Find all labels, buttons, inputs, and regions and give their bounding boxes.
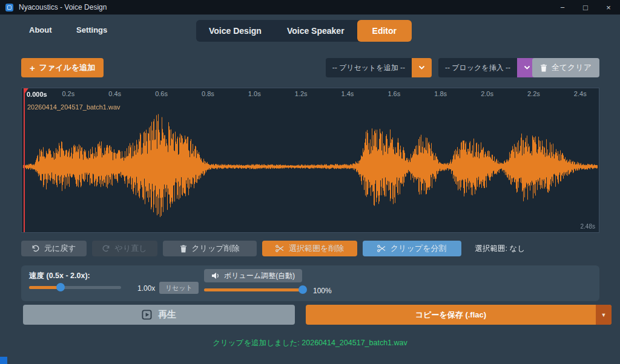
- ruler-tick: 0.6s: [155, 90, 168, 97]
- undo-icon: [31, 245, 39, 252]
- add-file-button[interactable]: + ファイルを追加: [21, 58, 104, 77]
- clip-name-label: 20260414_204517_batch1.wav: [27, 103, 120, 111]
- undo-label: 元に戻す: [44, 243, 76, 254]
- plus-icon: +: [30, 63, 35, 73]
- preset-select[interactable]: -- プリセットを追加 --: [326, 58, 412, 77]
- tab-voice-design[interactable]: Voice Design: [196, 20, 274, 42]
- maximize-button[interactable]: □: [574, 0, 597, 15]
- speed-label: 速度 (0.5x - 2.0x):: [29, 271, 90, 281]
- speed-slider-handle[interactable]: [56, 283, 65, 291]
- speed-value-label: 1.00x: [137, 284, 155, 293]
- save-format-dropdown-button[interactable]: ▼: [596, 305, 612, 325]
- volume-auto-label: ボリューム調整(自動): [224, 271, 295, 281]
- menu-settings[interactable]: Settings: [76, 25, 107, 34]
- clear-all-button[interactable]: 全てクリア: [532, 58, 599, 77]
- titlebar: Nyacoustics - Voice Design − □ ×: [0, 0, 620, 15]
- app-icon: [5, 4, 13, 11]
- undo-button[interactable]: 元に戻す: [21, 241, 87, 256]
- ruler-tick: 1.8s: [434, 90, 447, 97]
- clear-all-label: 全てクリア: [552, 62, 592, 73]
- redo-icon: [102, 245, 110, 252]
- waveform-panel: 0.2s0.4s0.6s0.8s1.0s1.2s1.4s1.6s1.8s2.0s…: [21, 88, 599, 233]
- play-label: 再生: [158, 309, 176, 320]
- delete-selection-button[interactable]: 選択範囲を削除: [262, 241, 357, 256]
- preset-dropdown-button[interactable]: [412, 58, 432, 77]
- window-controls: − □ ×: [551, 0, 620, 15]
- tab-voice-speaker[interactable]: Voice Speaker: [274, 20, 357, 42]
- ruler-tick: 0.4s: [108, 90, 121, 97]
- time-ruler: 0.2s0.4s0.6s0.8s1.0s1.2s1.4s1.6s1.8s2.0s…: [22, 88, 599, 100]
- ruler-tick: 1.6s: [388, 90, 400, 97]
- volume-auto-button[interactable]: ボリューム調整(自動): [204, 269, 302, 282]
- delete-clip-button[interactable]: クリップ削除: [163, 241, 257, 256]
- corner-badge: [0, 357, 7, 364]
- minimize-button[interactable]: −: [551, 0, 574, 15]
- redo-button[interactable]: やり直し: [92, 241, 157, 256]
- ruler-tick: 1.0s: [248, 90, 261, 97]
- block-combo: -- ブロックを挿入 --: [438, 58, 537, 77]
- ruler-tick: 0.8s: [202, 90, 214, 97]
- preset-combo: -- プリセットを追加 --: [326, 58, 432, 77]
- ruler-tick: 1.4s: [341, 90, 354, 97]
- ruler-tick: 1.2s: [295, 90, 308, 97]
- redo-label: やり直し: [115, 243, 147, 254]
- volume-slider-fill: [204, 288, 303, 291]
- status-message: クリップを追加しました: 20260414_204517_batch1.wav: [0, 338, 620, 348]
- volume-slider-handle[interactable]: [298, 285, 307, 294]
- ruler-tick: 2.0s: [481, 90, 493, 97]
- volume-value-label: 100%: [313, 287, 332, 295]
- tab-group: Voice Design Voice Speaker Editor: [196, 20, 412, 42]
- ruler-tick: 2.4s: [574, 90, 587, 97]
- tab-editor[interactable]: Editor: [357, 20, 412, 42]
- trash-icon: [180, 245, 187, 253]
- speaker-icon: [211, 272, 220, 279]
- play-button[interactable]: 再生: [23, 305, 295, 325]
- ruler-tick: 2.2s: [527, 90, 540, 97]
- play-icon: [142, 310, 152, 320]
- split-clip-button[interactable]: クリップを分割: [363, 241, 461, 256]
- playhead-time-label: 0.000s: [27, 91, 47, 98]
- add-file-label: ファイルを追加: [39, 62, 96, 73]
- speed-slider-fill: [29, 286, 61, 289]
- split-clip-label: クリップを分割: [391, 243, 447, 254]
- delete-clip-label: クリップ削除: [192, 243, 240, 254]
- speed-slider[interactable]: [29, 283, 121, 291]
- scissors-icon: [377, 245, 386, 252]
- speed-reset-button[interactable]: リセット: [159, 282, 199, 294]
- chevron-down-icon: [524, 65, 530, 70]
- trash-icon: [540, 64, 547, 72]
- duration-label: 2.48s: [581, 223, 595, 230]
- menu-about[interactable]: About: [29, 25, 52, 34]
- window-title: Nyacoustics - Voice Design: [19, 3, 107, 11]
- close-button[interactable]: ×: [597, 0, 620, 15]
- save-copy-label: コピーを保存 (.flac): [306, 305, 596, 325]
- delete-selection-label: 選択範囲を削除: [289, 243, 344, 254]
- edit-bar: 元に戻す やり直し クリップ削除 選択範囲を削除 クリップを分割 選択範囲: な…: [21, 241, 525, 256]
- volume-slider[interactable]: [204, 285, 306, 294]
- scissors-icon: [275, 245, 284, 252]
- selection-info-label: 選択範囲: なし: [475, 244, 526, 254]
- controls-panel: 速度 (0.5x - 2.0x): 1.00x リセット ボリューム調整(自動)…: [21, 265, 599, 301]
- save-copy-button[interactable]: コピーを保存 (.flac) ▼: [306, 305, 612, 325]
- block-select[interactable]: -- ブロックを挿入 --: [438, 58, 517, 77]
- chevron-down-icon: [418, 65, 425, 70]
- ruler-tick: 0.2s: [62, 90, 74, 97]
- caret-down-icon: ▼: [601, 312, 607, 318]
- playhead[interactable]: [24, 88, 25, 232]
- waveform-canvas[interactable]: [23, 102, 598, 231]
